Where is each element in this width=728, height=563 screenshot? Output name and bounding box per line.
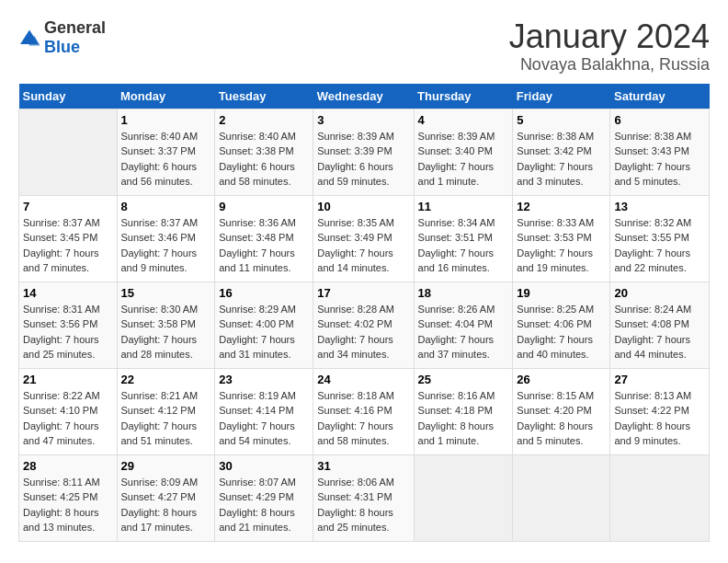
day-info: Sunrise: 8:26 AMSunset: 4:04 PMDaylight:… bbox=[418, 302, 509, 362]
day-info: Sunrise: 8:39 AMSunset: 3:39 PMDaylight:… bbox=[317, 129, 409, 190]
day-info: Sunrise: 8:06 AMSunset: 4:31 PMDaylight:… bbox=[317, 475, 409, 535]
logo: General Blue bbox=[18, 18, 106, 57]
day-number: 15 bbox=[121, 286, 211, 300]
calendar-cell: 30Sunrise: 8:07 AMSunset: 4:29 PMDayligh… bbox=[215, 454, 313, 541]
day-number: 26 bbox=[517, 373, 606, 386]
calendar-cell bbox=[610, 454, 710, 541]
day-number: 19 bbox=[517, 286, 606, 300]
day-number: 30 bbox=[219, 459, 309, 473]
day-info: Sunrise: 8:29 AMSunset: 4:00 PMDaylight:… bbox=[219, 302, 309, 362]
calendar-cell: 4Sunrise: 8:39 AMSunset: 3:40 PMDaylight… bbox=[414, 109, 513, 195]
calendar-cell: 29Sunrise: 8:09 AMSunset: 4:27 PMDayligh… bbox=[117, 454, 215, 541]
main-title: January 2024 bbox=[509, 18, 710, 55]
day-number: 5 bbox=[517, 113, 606, 127]
weekday-header-wednesday: Wednesday bbox=[313, 84, 414, 109]
day-info: Sunrise: 8:40 AMSunset: 3:38 PMDaylight:… bbox=[219, 129, 309, 190]
day-number: 11 bbox=[418, 200, 509, 213]
calendar-cell: 21Sunrise: 8:22 AMSunset: 4:10 PMDayligh… bbox=[19, 368, 118, 454]
day-info: Sunrise: 8:11 AMSunset: 4:25 PMDaylight:… bbox=[23, 475, 113, 535]
calendar-cell: 25Sunrise: 8:16 AMSunset: 4:18 PMDayligh… bbox=[414, 368, 513, 454]
day-number: 12 bbox=[517, 200, 606, 213]
calendar-cell: 19Sunrise: 8:25 AMSunset: 4:06 PMDayligh… bbox=[513, 282, 610, 368]
day-info: Sunrise: 8:37 AMSunset: 3:45 PMDaylight:… bbox=[23, 215, 113, 276]
calendar-cell: 20Sunrise: 8:24 AMSunset: 4:08 PMDayligh… bbox=[610, 282, 710, 368]
sub-title: Novaya Balakhna, Russia bbox=[509, 55, 710, 75]
day-number: 20 bbox=[614, 286, 705, 300]
logo-icon bbox=[18, 29, 40, 47]
day-info: Sunrise: 8:18 AMSunset: 4:16 PMDaylight:… bbox=[317, 388, 409, 449]
calendar-cell: 6Sunrise: 8:38 AMSunset: 3:43 PMDaylight… bbox=[610, 109, 710, 195]
week-row-3: 21Sunrise: 8:22 AMSunset: 4:10 PMDayligh… bbox=[19, 368, 710, 454]
calendar-cell: 16Sunrise: 8:29 AMSunset: 4:00 PMDayligh… bbox=[215, 282, 313, 368]
day-info: Sunrise: 8:07 AMSunset: 4:29 PMDaylight:… bbox=[219, 475, 309, 535]
weekday-header-friday: Friday bbox=[513, 84, 610, 109]
day-number: 1 bbox=[121, 113, 211, 127]
calendar-cell: 8Sunrise: 8:37 AMSunset: 3:46 PMDaylight… bbox=[117, 195, 215, 282]
calendar-table: SundayMondayTuesdayWednesdayThursdayFrid… bbox=[18, 84, 710, 542]
day-number: 4 bbox=[418, 113, 509, 127]
calendar-cell: 12Sunrise: 8:33 AMSunset: 3:53 PMDayligh… bbox=[513, 195, 610, 282]
day-number: 7 bbox=[23, 200, 113, 213]
weekday-header-monday: Monday bbox=[117, 84, 215, 109]
day-info: Sunrise: 8:33 AMSunset: 3:53 PMDaylight:… bbox=[517, 215, 606, 276]
day-info: Sunrise: 8:15 AMSunset: 4:20 PMDaylight:… bbox=[517, 388, 606, 449]
calendar-cell: 3Sunrise: 8:39 AMSunset: 3:39 PMDaylight… bbox=[313, 109, 414, 195]
day-info: Sunrise: 8:32 AMSunset: 3:55 PMDaylight:… bbox=[614, 215, 705, 276]
calendar-cell: 22Sunrise: 8:21 AMSunset: 4:12 PMDayligh… bbox=[117, 368, 215, 454]
day-info: Sunrise: 8:09 AMSunset: 4:27 PMDaylight:… bbox=[121, 475, 211, 535]
title-area: January 2024 Novaya Balakhna, Russia bbox=[509, 18, 710, 75]
day-info: Sunrise: 8:25 AMSunset: 4:06 PMDaylight:… bbox=[517, 302, 606, 362]
day-number: 27 bbox=[614, 373, 705, 386]
day-info: Sunrise: 8:21 AMSunset: 4:12 PMDaylight:… bbox=[121, 388, 211, 449]
calendar-cell: 1Sunrise: 8:40 AMSunset: 3:37 PMDaylight… bbox=[117, 109, 215, 195]
calendar-cell: 31Sunrise: 8:06 AMSunset: 4:31 PMDayligh… bbox=[313, 454, 414, 541]
day-number: 13 bbox=[614, 200, 705, 213]
calendar-cell: 23Sunrise: 8:19 AMSunset: 4:14 PMDayligh… bbox=[215, 368, 313, 454]
day-number: 31 bbox=[317, 459, 409, 473]
day-info: Sunrise: 8:31 AMSunset: 3:56 PMDaylight:… bbox=[23, 302, 113, 362]
calendar-cell: 7Sunrise: 8:37 AMSunset: 3:45 PMDaylight… bbox=[19, 195, 118, 282]
calendar-cell: 14Sunrise: 8:31 AMSunset: 3:56 PMDayligh… bbox=[19, 282, 118, 368]
day-number: 22 bbox=[121, 373, 211, 386]
calendar-cell: 24Sunrise: 8:18 AMSunset: 4:16 PMDayligh… bbox=[313, 368, 414, 454]
day-number: 24 bbox=[317, 373, 409, 386]
day-info: Sunrise: 8:35 AMSunset: 3:49 PMDaylight:… bbox=[317, 215, 409, 276]
day-info: Sunrise: 8:28 AMSunset: 4:02 PMDaylight:… bbox=[317, 302, 409, 362]
day-number: 6 bbox=[614, 113, 705, 127]
calendar-cell: 2Sunrise: 8:40 AMSunset: 3:38 PMDaylight… bbox=[215, 109, 313, 195]
calendar-cell: 9Sunrise: 8:36 AMSunset: 3:48 PMDaylight… bbox=[215, 195, 313, 282]
day-info: Sunrise: 8:38 AMSunset: 3:43 PMDaylight:… bbox=[614, 129, 705, 190]
day-number: 2 bbox=[219, 113, 309, 127]
weekday-header-saturday: Saturday bbox=[610, 84, 710, 109]
weekday-header-row: SundayMondayTuesdayWednesdayThursdayFrid… bbox=[19, 84, 710, 109]
day-number: 25 bbox=[418, 373, 509, 386]
weekday-header-tuesday: Tuesday bbox=[215, 84, 313, 109]
day-info: Sunrise: 8:37 AMSunset: 3:46 PMDaylight:… bbox=[121, 215, 211, 276]
calendar-cell: 27Sunrise: 8:13 AMSunset: 4:22 PMDayligh… bbox=[610, 368, 710, 454]
weekday-header-sunday: Sunday bbox=[19, 84, 118, 109]
week-row-1: 7Sunrise: 8:37 AMSunset: 3:45 PMDaylight… bbox=[19, 195, 710, 282]
day-number: 9 bbox=[219, 200, 309, 213]
calendar-cell: 13Sunrise: 8:32 AMSunset: 3:55 PMDayligh… bbox=[610, 195, 710, 282]
day-info: Sunrise: 8:39 AMSunset: 3:40 PMDaylight:… bbox=[418, 129, 509, 190]
day-number: 14 bbox=[23, 286, 113, 300]
week-row-2: 14Sunrise: 8:31 AMSunset: 3:56 PMDayligh… bbox=[19, 282, 710, 368]
week-row-4: 28Sunrise: 8:11 AMSunset: 4:25 PMDayligh… bbox=[19, 454, 710, 541]
day-number: 10 bbox=[317, 200, 409, 213]
calendar-cell bbox=[19, 109, 118, 195]
day-number: 3 bbox=[317, 113, 409, 127]
calendar-cell: 11Sunrise: 8:34 AMSunset: 3:51 PMDayligh… bbox=[414, 195, 513, 282]
calendar-cell: 15Sunrise: 8:30 AMSunset: 3:58 PMDayligh… bbox=[117, 282, 215, 368]
day-number: 8 bbox=[121, 200, 211, 213]
calendar-cell bbox=[414, 454, 513, 541]
day-number: 16 bbox=[219, 286, 309, 300]
day-info: Sunrise: 8:38 AMSunset: 3:42 PMDaylight:… bbox=[517, 129, 606, 190]
calendar-cell: 18Sunrise: 8:26 AMSunset: 4:04 PMDayligh… bbox=[414, 282, 513, 368]
day-number: 17 bbox=[317, 286, 409, 300]
day-number: 23 bbox=[219, 373, 309, 386]
logo-general: General bbox=[44, 18, 106, 37]
weekday-header-thursday: Thursday bbox=[414, 84, 513, 109]
day-info: Sunrise: 8:13 AMSunset: 4:22 PMDaylight:… bbox=[614, 388, 705, 449]
calendar-cell: 5Sunrise: 8:38 AMSunset: 3:42 PMDaylight… bbox=[513, 109, 610, 195]
day-info: Sunrise: 8:16 AMSunset: 4:18 PMDaylight:… bbox=[418, 388, 509, 449]
